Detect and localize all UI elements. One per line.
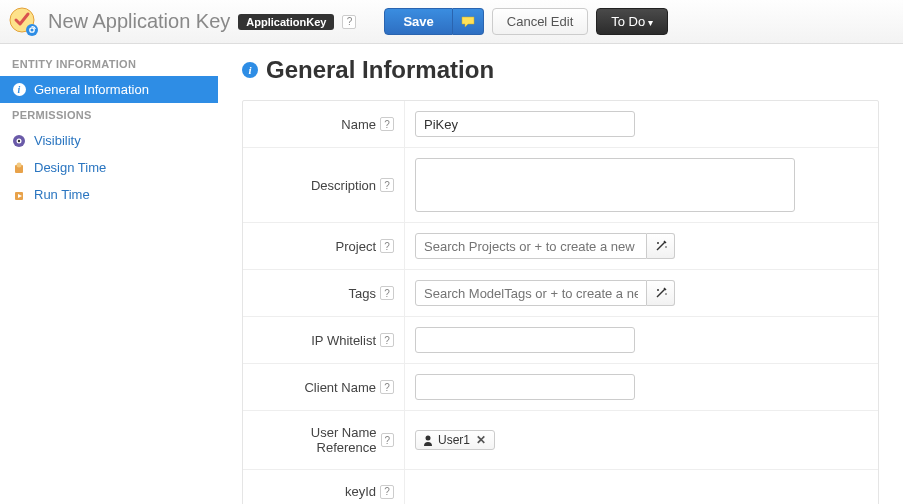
user-chip[interactable]: User1 ✕ <box>415 430 495 450</box>
sidebar-header-permissions: PERMISSIONS <box>0 103 218 127</box>
clientname-input[interactable] <box>415 374 635 400</box>
row-keyid: keyId ? <box>243 469 878 504</box>
project-input[interactable] <box>415 233 647 259</box>
description-input[interactable] <box>415 158 795 212</box>
tags-wand-button[interactable] <box>647 280 675 306</box>
label-description: Description <box>311 178 376 193</box>
sidebar-item-design-time[interactable]: Design Time <box>0 154 218 181</box>
row-ipwhitelist: IP Whitelist ? <box>243 316 878 363</box>
svg-point-1 <box>26 24 38 36</box>
help-icon[interactable]: ? <box>342 15 356 29</box>
ipwhitelist-input[interactable] <box>415 327 635 353</box>
tags-input[interactable] <box>415 280 647 306</box>
help-icon[interactable]: ? <box>380 380 394 394</box>
sidebar: ENTITY INFORMATION i General Information… <box>0 44 218 504</box>
info-icon: i <box>242 62 258 78</box>
design-time-icon <box>12 161 26 175</box>
sidebar-item-label: General Information <box>34 82 149 97</box>
topbar: New Application Key ApplicationKey ? Sav… <box>0 0 903 44</box>
sidebar-item-visibility[interactable]: Visibility <box>0 127 218 154</box>
name-input[interactable] <box>415 111 635 137</box>
wand-icon <box>654 286 668 300</box>
speech-bubble-icon <box>461 16 475 28</box>
help-icon[interactable]: ? <box>380 485 394 499</box>
wand-icon <box>654 239 668 253</box>
main: ENTITY INFORMATION i General Information… <box>0 44 903 504</box>
svg-point-10 <box>665 246 667 248</box>
sidebar-item-label: Visibility <box>34 133 81 148</box>
svg-point-5 <box>18 139 20 141</box>
help-icon[interactable]: ? <box>381 433 394 447</box>
row-tags: Tags ? <box>243 269 878 316</box>
help-icon[interactable]: ? <box>380 239 394 253</box>
help-icon[interactable]: ? <box>380 286 394 300</box>
help-icon[interactable]: ? <box>380 117 394 131</box>
row-description: Description ? <box>243 147 878 222</box>
section-header: i General Information <box>242 56 879 84</box>
chat-button[interactable] <box>453 8 484 35</box>
user-icon <box>422 434 434 446</box>
close-icon[interactable]: ✕ <box>474 433 488 447</box>
label-tags: Tags <box>349 286 376 301</box>
sidebar-header-entity: ENTITY INFORMATION <box>0 52 218 76</box>
row-project: Project ? <box>243 222 878 269</box>
row-userref: User Name Reference ? User1 ✕ <box>243 410 878 469</box>
app-key-icon <box>8 6 40 38</box>
page-title: New Application Key <box>48 10 230 33</box>
project-wand-button[interactable] <box>647 233 675 259</box>
section-title: General Information <box>266 56 494 84</box>
run-time-icon <box>12 188 26 202</box>
svg-point-9 <box>657 242 659 244</box>
label-project: Project <box>336 239 376 254</box>
content: i General Information Name ? Description… <box>218 44 903 504</box>
eye-icon <box>12 134 26 148</box>
save-button[interactable]: Save <box>384 8 452 35</box>
svg-point-13 <box>426 436 431 441</box>
svg-point-12 <box>665 293 667 295</box>
user-chip-label: User1 <box>438 433 470 447</box>
todo-button[interactable]: To Do <box>596 8 668 35</box>
form-table: Name ? Description ? Project <box>242 100 879 504</box>
info-icon: i <box>12 83 26 97</box>
project-combo <box>415 233 675 259</box>
label-clientname: Client Name <box>304 380 376 395</box>
help-icon[interactable]: ? <box>380 333 394 347</box>
sidebar-item-label: Run Time <box>34 187 90 202</box>
label-keyid: keyId <box>345 484 376 499</box>
sidebar-item-general[interactable]: i General Information <box>0 76 218 103</box>
tags-combo <box>415 280 675 306</box>
row-clientname: Client Name ? <box>243 363 878 410</box>
help-icon[interactable]: ? <box>380 178 394 192</box>
label-name: Name <box>341 117 376 132</box>
svg-point-11 <box>657 289 659 291</box>
cancel-button[interactable]: Cancel Edit <box>492 8 588 35</box>
save-button-group: Save <box>384 8 483 35</box>
sidebar-item-label: Design Time <box>34 160 106 175</box>
entity-type-badge: ApplicationKey <box>238 14 334 30</box>
label-ipwhitelist: IP Whitelist <box>311 333 376 348</box>
label-userref: User Name Reference <box>253 425 377 455</box>
svg-point-7 <box>17 162 22 167</box>
row-name: Name ? <box>243 101 878 147</box>
sidebar-item-run-time[interactable]: Run Time <box>0 181 218 208</box>
